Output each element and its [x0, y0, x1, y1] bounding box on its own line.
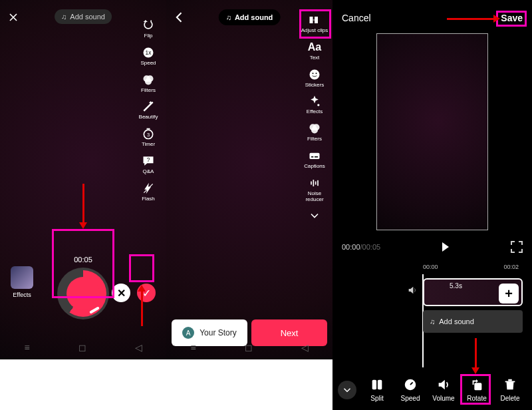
tool-effects[interactable]: Effects: [301, 95, 329, 115]
add-sound-label: Add sound: [235, 13, 273, 21]
volume-icon: [427, 377, 460, 392]
add-sound-button[interactable]: ♫ Add sound: [55, 9, 112, 24]
tool-timer[interactable]: 3Timer: [134, 127, 162, 148]
arrow-record: [82, 184, 84, 224]
record-area: 00:05: [57, 256, 109, 319]
nav-back-icon[interactable]: ◁: [301, 342, 309, 353]
svg-rect-29: [474, 383, 481, 390]
svg-text:?: ?: [147, 156, 150, 163]
android-navbar: ≡ ◻ ◁: [0, 335, 166, 359]
svg-rect-23: [313, 180, 315, 186]
svg-text:1x: 1x: [146, 49, 152, 56]
effects-button[interactable]: Effects: [11, 266, 33, 298]
tool-flip[interactable]: Flip: [134, 19, 162, 39]
tool-rotate[interactable]: Rotate: [460, 377, 493, 402]
tool-adjust-clips[interactable]: Adjust clips: [301, 13, 329, 34]
tool-noise-reducer[interactable]: Noise reducer: [301, 176, 329, 203]
svg-rect-27: [378, 380, 382, 390]
svg-point-18: [311, 127, 318, 134]
plus-icon: +: [505, 286, 513, 302]
timeline-tick: 00:00: [423, 264, 438, 270]
svg-rect-10: [310, 17, 313, 23]
clip-duration: 5.3s: [450, 282, 462, 290]
clip-timeline[interactable]: 5.3s +: [403, 278, 523, 306]
nav-recent-icon[interactable]: ≡: [24, 342, 29, 353]
tool-captions[interactable]: Captions: [301, 149, 329, 170]
chevron-down-icon: [341, 384, 353, 396]
tool-stickers[interactable]: Stickers: [301, 68, 329, 89]
effects-thumb-icon: [11, 266, 33, 289]
fullscreen-button[interactable]: [511, 241, 523, 253]
rotate-icon: [460, 377, 493, 392]
tool-speed[interactable]: 1xSpeed: [134, 46, 162, 67]
svg-point-4: [145, 78, 152, 85]
svg-point-15: [317, 104, 319, 106]
adjust-clips-icon: [308, 13, 321, 27]
filters-icon: [308, 122, 321, 135]
tool-delete[interactable]: Delete: [493, 377, 527, 402]
music-note-icon: ♫: [226, 13, 231, 21]
svg-rect-22: [311, 181, 312, 184]
svg-rect-11: [315, 17, 318, 23]
edit-screen: ♫ Add sound Adjust clips AaText Stickers…: [166, 0, 332, 359]
tool-filters[interactable]: Filters: [301, 122, 329, 142]
tool-expand[interactable]: [301, 209, 329, 222]
video-clip[interactable]: 5.3s +: [423, 278, 523, 306]
record-timer: 00:05: [57, 256, 109, 264]
play-icon: [442, 242, 449, 252]
svg-rect-20: [311, 156, 313, 158]
chevron-down-icon: [308, 209, 321, 222]
record-button[interactable]: [57, 268, 109, 319]
nav-back-icon[interactable]: ◁: [135, 342, 142, 353]
svg-point-14: [316, 73, 317, 74]
tool-qa[interactable]: ?Q&A: [134, 154, 162, 175]
tool-text[interactable]: AaText: [301, 41, 329, 61]
adjust-clips-screen: Cancel Save 00:00/00:05 00:00 00:02 5.3s…: [332, 0, 532, 410]
tool-beautify[interactable]: Beautify: [134, 100, 162, 120]
close-icon[interactable]: [7, 11, 20, 24]
tool-speed[interactable]: Speed: [394, 377, 427, 402]
beautify-icon: [142, 100, 155, 113]
discard-clip-button[interactable]: ✕: [112, 284, 130, 302]
add-sound-row[interactable]: ♫ Add sound: [423, 310, 523, 333]
svg-rect-26: [372, 380, 376, 390]
save-button[interactable]: Save: [501, 13, 523, 23]
add-sound-label: Add sound: [70, 13, 105, 21]
split-icon: [360, 377, 394, 392]
add-sound-button[interactable]: ♫ Add sound: [219, 9, 281, 25]
svg-text:3: 3: [147, 132, 150, 138]
video-preview: [376, 33, 488, 230]
effects-label: Effects: [13, 292, 31, 298]
tool-flash[interactable]: Flash: [134, 182, 162, 202]
speed-icon: [394, 377, 427, 392]
filters-icon: [142, 73, 155, 87]
nav-home-icon[interactable]: ◻: [78, 342, 86, 353]
tool-split[interactable]: Split: [360, 377, 394, 402]
svg-rect-24: [315, 181, 317, 184]
back-icon[interactable]: [173, 11, 186, 24]
svg-rect-7: [147, 128, 150, 130]
tool-filters[interactable]: Filters: [134, 73, 162, 94]
svg-point-12: [310, 69, 320, 79]
nav-recent-icon[interactable]: ≡: [190, 342, 196, 353]
record-tool-column: Flip 1xSpeed Filters Beautify 3Timer ?Q&…: [134, 19, 162, 202]
stickers-icon: [308, 68, 321, 81]
total-time: 00:05: [362, 243, 381, 251]
music-note-icon: ♫: [430, 317, 435, 325]
edit-tool-column: Adjust clips AaText Stickers Effects Fil…: [301, 13, 329, 222]
record-screen: ♫ Add sound Flip 1xSpeed Filters Beautif…: [0, 0, 166, 359]
android-navbar: ≡ ◻ ◁: [166, 335, 332, 359]
timeline-tick: 00:02: [503, 264, 519, 270]
trash-icon: [493, 377, 527, 392]
collapse-tools-button[interactable]: [338, 381, 356, 399]
add-sound-label: Add sound: [439, 317, 474, 325]
add-clip-button[interactable]: +: [499, 284, 519, 304]
tool-volume[interactable]: Volume: [427, 377, 460, 402]
speed-icon: 1x: [142, 46, 155, 59]
effects-icon: [308, 95, 321, 108]
nav-home-icon[interactable]: ◻: [245, 342, 253, 353]
play-button[interactable]: [442, 242, 449, 252]
svg-point-13: [313, 73, 314, 74]
svg-rect-19: [310, 153, 320, 159]
cancel-button[interactable]: Cancel: [342, 13, 371, 23]
